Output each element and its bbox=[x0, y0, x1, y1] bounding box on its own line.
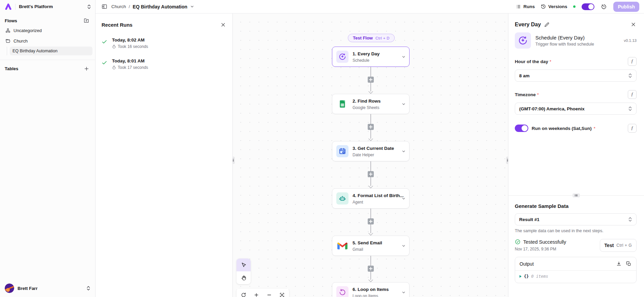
piece-info: Schedule (Every Day) Trigger flow with f… bbox=[515, 32, 637, 49]
close-icon[interactable] bbox=[220, 22, 226, 28]
test-flow-label: Test Flow bbox=[353, 35, 373, 40]
add-step-button[interactable] bbox=[368, 218, 374, 224]
hour-select[interactable]: 8 am bbox=[515, 70, 637, 82]
copy-icon[interactable] bbox=[625, 261, 632, 267]
select-value: 8 am bbox=[519, 73, 628, 78]
select-tool-button[interactable] bbox=[236, 259, 251, 271]
platform-switcher-icon[interactable] bbox=[87, 4, 91, 9]
add-step-button[interactable] bbox=[368, 171, 374, 177]
stopwatch-icon bbox=[112, 45, 116, 49]
dynamic-value-toggle[interactable]: ƒ bbox=[628, 57, 637, 66]
required-marker: * bbox=[594, 126, 595, 131]
step-connector bbox=[368, 67, 374, 94]
tables-section-header: Tables bbox=[0, 60, 95, 73]
sidebar: Brett's Platform Flows Uncategorized Chu… bbox=[0, 0, 95, 297]
generate-sample-data-section: Generate Sample Data Result #1 The sampl… bbox=[515, 195, 637, 297]
timezone-select[interactable]: (GMT-07:00) America, Phoenix bbox=[515, 103, 637, 115]
test-button-label: Test bbox=[605, 243, 614, 248]
chevrons-updown-icon bbox=[628, 106, 632, 111]
flow-step-get-current-date[interactable]: 3. Get Current Date Date Helper bbox=[332, 141, 410, 161]
tables-label: Tables bbox=[5, 66, 18, 71]
result-select[interactable]: Result #1 bbox=[515, 213, 637, 225]
flow-step-loop-on-items[interactable]: 6. Loop on Items Loop on Items bbox=[332, 282, 410, 297]
field-run-on-weekends: Run on weekends (Sat,Sun) * ƒ bbox=[515, 124, 637, 133]
run-on-weekends-toggle[interactable] bbox=[515, 125, 528, 132]
flow-step-every-day[interactable]: 1. Every Day Schedule bbox=[332, 47, 410, 67]
step-subtitle: Date Helper bbox=[353, 153, 397, 157]
topbar-actions: Runs Versions Publish bbox=[516, 2, 639, 12]
download-icon[interactable] bbox=[616, 261, 622, 267]
expand-triangle-icon[interactable] bbox=[520, 275, 522, 278]
user-menu-chevrons-icon bbox=[86, 286, 90, 291]
main-area: Church / EQ Birthday Automation Runs Ver… bbox=[95, 0, 644, 297]
schedule-icon bbox=[336, 51, 348, 63]
versions-button[interactable]: Versions bbox=[541, 4, 567, 9]
flow-canvas[interactable]: Test Flow Ctrl + D 1. Every Day Schedule bbox=[233, 14, 508, 297]
step-settings-panel: Every Day Schedule (Every Day) Trigger f… bbox=[508, 14, 644, 297]
add-step-button[interactable] bbox=[368, 124, 374, 130]
user-menu[interactable]: Brett Farr bbox=[0, 279, 95, 297]
chevron-down-icon[interactable] bbox=[401, 149, 406, 154]
chevron-down-icon[interactable] bbox=[401, 102, 406, 106]
reset-zoom-icon[interactable] bbox=[237, 289, 250, 297]
dynamic-value-toggle[interactable]: ƒ bbox=[628, 124, 637, 133]
success-circle-icon bbox=[515, 239, 521, 245]
panel-resize-handle[interactable] bbox=[233, 157, 235, 164]
flow-step-format-list[interactable]: 4. Format List of Birth... Agent bbox=[332, 188, 410, 209]
panel-resize-handle[interactable] bbox=[506, 157, 508, 164]
publish-button[interactable]: Publish bbox=[613, 2, 639, 12]
divider bbox=[508, 195, 644, 196]
recent-runs-title: Recent Runs bbox=[102, 22, 133, 28]
add-step-button[interactable] bbox=[368, 266, 374, 272]
field-timezone: Timezone * ƒ (GMT-07:00) America, Phoeni… bbox=[515, 90, 637, 115]
version-history-icon[interactable] bbox=[600, 3, 607, 10]
select-value: (GMT-07:00) America, Phoenix bbox=[519, 106, 628, 111]
breadcrumb-flow-name[interactable]: EQ Birthday Automation bbox=[133, 4, 187, 9]
chevron-down-icon[interactable] bbox=[401, 290, 406, 295]
add-step-button[interactable] bbox=[368, 77, 374, 83]
sidebar-item-uncategorized[interactable]: Uncategorized bbox=[3, 26, 92, 35]
flow-step-send-email[interactable]: 5. Send Email Gmail bbox=[332, 236, 410, 256]
run-list-item[interactable]: Today, 8:01 AM Took 17 seconds bbox=[102, 58, 226, 70]
dynamic-value-toggle[interactable]: ƒ bbox=[628, 90, 637, 99]
fit-view-icon[interactable] bbox=[276, 289, 288, 297]
json-tree-root[interactable]: {} 0 items bbox=[515, 271, 636, 283]
breadcrumb[interactable]: Church / EQ Birthday Automation bbox=[111, 4, 194, 9]
field-label: Timezone bbox=[515, 92, 536, 97]
flow-enabled-toggle[interactable] bbox=[582, 3, 594, 10]
step-panel-title: Every Day bbox=[515, 22, 541, 28]
new-folder-icon[interactable] bbox=[83, 17, 90, 24]
chevron-down-icon[interactable] bbox=[401, 196, 406, 201]
test-button[interactable]: Test Ctrl + G bbox=[600, 239, 637, 252]
chevron-down-icon[interactable] bbox=[401, 244, 406, 248]
pan-tool-button[interactable] bbox=[236, 271, 251, 284]
chevron-down-icon[interactable] bbox=[401, 55, 406, 59]
step-subtitle: Agent bbox=[353, 200, 397, 205]
breadcrumb-folder[interactable]: Church bbox=[111, 4, 126, 9]
piece-name: Schedule (Every Day) bbox=[535, 35, 619, 40]
zoom-in-icon[interactable] bbox=[250, 289, 263, 297]
sample-data-title: Generate Sample Data bbox=[515, 203, 637, 209]
step-title: 1. Every Day bbox=[353, 51, 380, 56]
chevron-down-icon[interactable] bbox=[190, 4, 194, 9]
field-hour-of-day: Hour of the day * ƒ 8 am bbox=[515, 57, 637, 82]
sidebar-item-church[interactable]: Church bbox=[3, 36, 92, 46]
date-helper-icon bbox=[336, 145, 348, 157]
step-title: 6. Loop on Items bbox=[353, 287, 389, 292]
section-resize-handle[interactable] bbox=[572, 193, 580, 197]
close-icon[interactable] bbox=[630, 21, 637, 28]
flow-step-find-rows[interactable]: 2. Find Rows Google Sheets bbox=[332, 94, 410, 114]
folder-open-icon bbox=[5, 38, 10, 44]
runs-label: Runs bbox=[523, 4, 535, 9]
run-list-item[interactable]: Today, 8:02 AM Took 16 seconds bbox=[102, 37, 226, 49]
test-flow-shortcut: Ctrl + D bbox=[375, 36, 390, 40]
zoom-out-icon[interactable] bbox=[263, 289, 276, 297]
runs-button[interactable]: Runs bbox=[516, 4, 535, 9]
add-table-icon[interactable] bbox=[83, 65, 90, 72]
edit-pencil-icon[interactable] bbox=[544, 22, 550, 28]
sidebar-item-label: EQ Birthday Automation bbox=[12, 49, 57, 53]
collapse-sidebar-icon[interactable] bbox=[101, 3, 108, 10]
schedule-icon bbox=[515, 32, 531, 49]
test-flow-button[interactable]: Test Flow Ctrl + D bbox=[348, 34, 395, 42]
sidebar-item-eq-birthday-automation[interactable]: EQ Birthday Automation bbox=[10, 47, 92, 55]
